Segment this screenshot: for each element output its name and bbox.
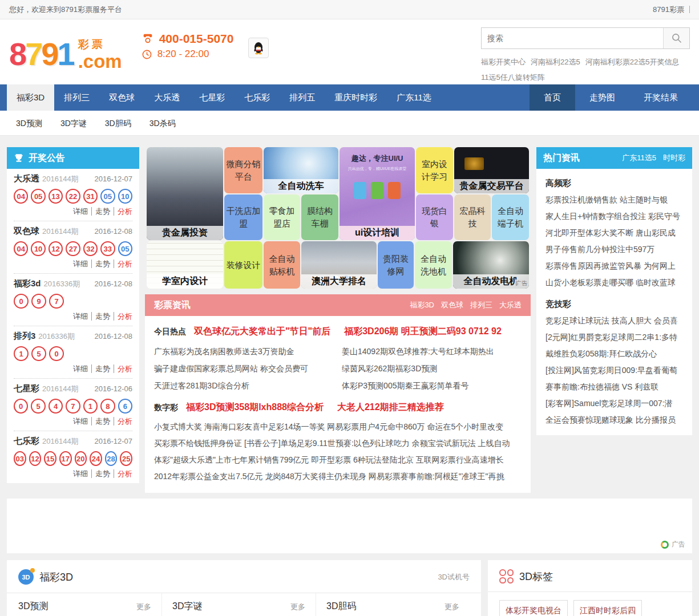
ad-tile-hongjing-tech[interactable]: 宏晶科技 <box>454 194 491 240</box>
hot-info-item[interactable]: 男子停售前几分钟投注中597万 <box>546 241 683 258</box>
hot-link[interactable]: 11远5任八旋转矩阵 <box>481 73 545 82</box>
lottery-name[interactable]: 大乐透 <box>14 173 39 184</box>
nav-tab-qixingcai[interactable]: 七星彩 <box>189 84 235 111</box>
news-item[interactable]: 骗子建虚假国家彩票总局网站 称交会员费可 <box>154 360 334 377</box>
ad-tile-dry-clean[interactable]: 干洗店加盟 <box>224 194 262 240</box>
trend-link[interactable]: 走势 <box>92 312 114 321</box>
hot-info-item[interactable]: 彩票投注机缴销售款 站主随时与银 <box>546 192 683 208</box>
site-link[interactable]: 8791彩票 <box>653 5 684 15</box>
nav-results[interactable]: 开奖结果 <box>629 84 692 111</box>
news-line[interactable]: 小复式博大奖 海南海口彩友喜中足彩14场一等奖 网易彩票用户4元命中860万 命… <box>154 419 522 435</box>
news-item[interactable]: 姜山14092期双色球推荐:大号红球本期热出 <box>342 343 522 360</box>
3d-shijihao-link[interactable]: 3D试机号 <box>438 572 470 582</box>
hot-info-item[interactable]: 河北即开型体彩大奖不断 唐山彩民成 <box>546 225 683 241</box>
hot-info-item[interactable]: [彩客网]Samuel竞彩足球周一007:潜 <box>546 395 683 412</box>
column-title[interactable]: 3D预测 <box>18 601 48 613</box>
detail-link[interactable]: 详细 <box>70 207 92 216</box>
column-title[interactable]: 3D字谜 <box>172 601 202 613</box>
lottery-name[interactable]: 福彩3d <box>14 278 41 289</box>
trend-link[interactable]: 走势 <box>92 207 114 216</box>
ad-tile-learn-interior-design[interactable]: 学室内设计 <box>147 241 223 289</box>
ad-choices[interactable]: 广告 <box>661 540 685 549</box>
digital-headline[interactable]: 福彩3D预测358期lxh888综合分析 <box>186 402 324 412</box>
lottery-name[interactable]: 七星彩 <box>14 383 39 394</box>
nav-tab-shuangseqiu[interactable]: 双色球 <box>99 84 144 111</box>
detail-link[interactable]: 详细 <box>70 417 92 425</box>
hot-info-item[interactable]: 彩票停售原因再掀监管风暴 为何网上 <box>546 258 683 274</box>
subnav-3d-forecast[interactable]: 3D预测 <box>7 111 51 136</box>
news-tab-pailie3[interactable]: 排列三 <box>470 300 492 310</box>
ad-tile-spot-silver[interactable]: 现货白银 <box>416 194 453 240</box>
analysis-link[interactable]: 分析 <box>114 260 132 268</box>
tag-item[interactable]: 江西时时彩后四 <box>573 600 642 616</box>
subnav-3d-danma[interactable]: 3D胆码 <box>96 111 140 136</box>
column-title[interactable]: 3D胆码 <box>326 601 356 613</box>
nav-tab-pailie3[interactable]: 排列三 <box>54 84 99 111</box>
analysis-link[interactable]: 分析 <box>114 312 132 321</box>
ad-tile-precious-metal-invest[interactable]: 贵金属投资 <box>147 147 223 240</box>
digital-headline[interactable]: 大老人212期排三精选推荐 <box>337 402 444 412</box>
site-logo[interactable]: 8791 彩票 .com <box>9 24 122 84</box>
nav-home[interactable]: 首页 <box>530 84 575 111</box>
news-tab-shuangseqiu[interactable]: 双色球 <box>441 300 463 310</box>
more-link[interactable]: 更多 <box>136 602 151 612</box>
trend-link[interactable]: 走势 <box>92 260 114 268</box>
detail-link[interactable]: 详细 <box>70 312 92 321</box>
nav-tab-gd11x5[interactable]: 广东11选 <box>387 84 441 111</box>
hot-info-item[interactable]: 戴维胜负彩058期:拜仁欧战分心 <box>546 346 683 362</box>
news-item[interactable]: 体彩P3预测005期秦王嬴彩简单看号 <box>342 377 522 394</box>
trend-link[interactable]: 走势 <box>92 364 114 373</box>
ad-tile-labeling-machine[interactable]: 全自动贴标机 <box>264 241 300 289</box>
ad-tile-interior-design-study[interactable]: 室内设计学习 <box>416 147 453 193</box>
news-item[interactable]: 天涯过客281期3D综合分析 <box>154 377 334 394</box>
search-button[interactable] <box>663 28 689 48</box>
hot-tab-ssc[interactable]: 时时彩 <box>663 153 685 163</box>
hot-info-item[interactable]: 竞彩足球让球玩法 技高人胆大 会员喜 <box>546 313 683 329</box>
hot-link[interactable]: 福彩开奖中心 <box>481 58 526 66</box>
nav-tab-qilecai[interactable]: 七乐彩 <box>235 84 280 111</box>
analysis-link[interactable]: 分析 <box>114 364 132 373</box>
nav-tab-pailie5[interactable]: 排列五 <box>280 84 325 111</box>
lottery-name[interactable]: 排列3 <box>14 331 35 342</box>
ad-tile-snack-shop[interactable]: 零食加盟店 <box>264 194 300 240</box>
more-link[interactable]: 更多 <box>290 602 305 612</box>
subnav-3d-riddle[interactable]: 3D字谜 <box>51 111 96 136</box>
detail-link[interactable]: 详细 <box>70 260 92 268</box>
nav-tab-daletou[interactable]: 大乐透 <box>144 84 189 111</box>
hot-info-item[interactable]: 家人生日+钟情数字组合投注 彩民守号 <box>546 208 683 225</box>
hot-tab-gd11x5[interactable]: 广东11选5 <box>622 153 656 163</box>
ad-tile-car-wash[interactable]: 全自动洗车 <box>264 147 338 193</box>
ad-tile-floor-scrubber[interactable]: 全自动洗地机 <box>415 241 452 289</box>
tag-item[interactable]: 体彩开奖电视台 <box>499 600 568 616</box>
nav-tab-fucai3d[interactable]: 福彩3D <box>7 84 54 111</box>
ad-tile-terminal-machine[interactable]: 全自动端子机 <box>492 194 529 240</box>
news-item[interactable]: 广东福彩为茂名病困教师送去3万资助金 <box>154 343 334 360</box>
hot-headline[interactable]: 福彩3D206期 明王预测二码93 0712 92 <box>344 326 502 336</box>
news-line[interactable]: 2012年彩票公益金支出7.5亿元 龙岗848万大奖得主仍未现身 网易彩票赛事前… <box>154 468 522 485</box>
hot-headline[interactable]: 双色球亿元大奖常出于"节日"前后 <box>194 326 330 336</box>
trend-link[interactable]: 走势 <box>92 417 114 425</box>
ad-banner[interactable]: 广告 <box>7 499 692 553</box>
nav-tab-cqssc[interactable]: 重庆时时彩 <box>325 84 387 111</box>
search-input[interactable] <box>482 28 663 48</box>
ad-tile-guiyang-decor[interactable]: 贵阳装修网 <box>378 241 414 289</box>
analysis-link[interactable]: 分析 <box>114 469 132 478</box>
more-link[interactable]: 更多 <box>445 602 459 612</box>
hot-info-item[interactable]: 赛事前瞻:布拉德福德 VS 利兹联 <box>546 379 683 395</box>
hot-link[interactable]: 河南福利彩票22选5开奖信息 <box>585 58 680 66</box>
ad-tile-australia-university[interactable]: 澳洲大学排名 <box>301 241 377 289</box>
ad-tile-decoration-design[interactable]: 装修设计 <box>224 241 262 289</box>
ad-tile-ui-training[interactable]: 趣达，专注UI/U 只出品优，专．精UI/UE在线课堂 ui设计培训 <box>340 147 415 240</box>
analysis-link[interactable]: 分析 <box>114 207 132 216</box>
lottery-name[interactable]: 七乐彩 <box>14 436 39 447</box>
hot-info-item[interactable]: [投注网]风笛竞彩周日009:早盘看葡萄 <box>546 362 683 379</box>
hot-info-item[interactable]: 山货小老板彩票走哪买哪 临时改蓝球 <box>546 274 683 291</box>
news-tab-fucai3d[interactable]: 福彩3D <box>410 300 434 310</box>
news-line[interactable]: 体彩"超级大乐透"上市七年累计销售799亿元 即开型彩票 6种玩法登陆北京 互联… <box>154 452 522 468</box>
hot-info-item[interactable]: [2元网]红男爵竞彩足球周二2串1:多特 <box>546 329 683 346</box>
ad-tile-weishang[interactable]: 微商分销平台 <box>224 147 262 193</box>
news-line[interactable]: 买彩票不给钱抵押身份证 [书香公子]单场足彩9.11世预赛:以色列让球吃力 余额… <box>154 435 522 452</box>
analysis-link[interactable]: 分析 <box>114 417 132 425</box>
qq-icon[interactable] <box>248 38 269 58</box>
nav-trend-chart[interactable]: 走势图 <box>575 84 629 111</box>
